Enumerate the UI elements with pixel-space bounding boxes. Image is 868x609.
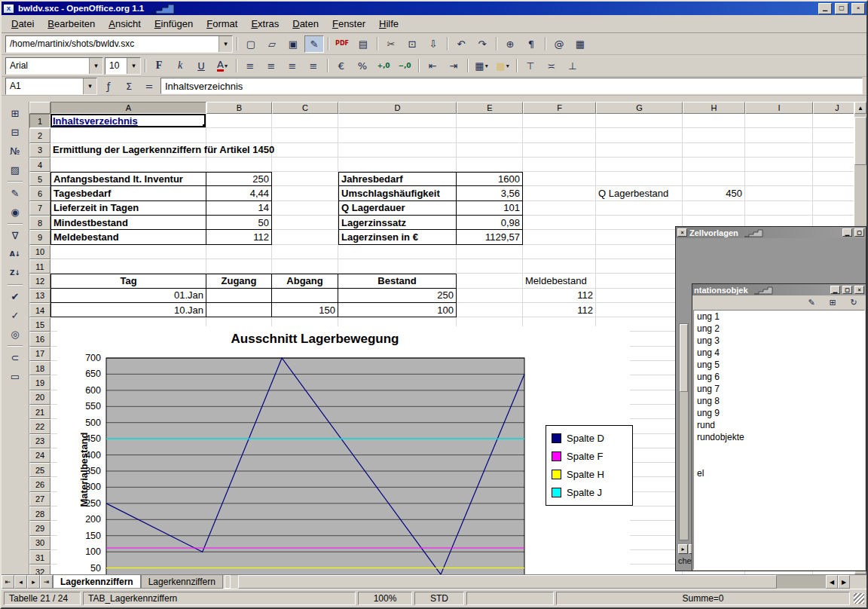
- save-document-button[interactable]: ▣: [283, 35, 303, 53]
- sort-ascending-button[interactable]: A↓: [4, 245, 26, 263]
- cell-reference-box[interactable]: A1 ▾: [5, 78, 97, 95]
- font-color-dropdown-icon[interactable]: ▾: [225, 63, 228, 69]
- function-wizard-button[interactable]: ƒ: [99, 78, 118, 94]
- row-header-1[interactable]: 1: [29, 114, 50, 128]
- fill-format-mode-button[interactable]: ✎: [802, 296, 821, 310]
- row-header-26[interactable]: 26: [29, 477, 50, 491]
- font-size-value[interactable]: 10: [105, 58, 127, 74]
- row-header-30[interactable]: 30: [29, 536, 50, 550]
- cell-e9[interactable]: 1129,57: [457, 230, 523, 244]
- col-header-b[interactable]: B: [206, 102, 272, 114]
- cell-a4[interactable]: [50, 158, 206, 172]
- borders-dropdown-icon[interactable]: ▾: [485, 63, 488, 69]
- previous-sheet-button[interactable]: ◂: [14, 575, 27, 589]
- redo-button[interactable]: ↷: [472, 35, 492, 53]
- cell-a2[interactable]: [50, 128, 206, 142]
- cell-c11[interactable]: [272, 259, 338, 274]
- cell-b1[interactable]: [206, 114, 272, 128]
- cell-e11[interactable]: [457, 259, 523, 274]
- cell-d6[interactable]: Umschlagshäufigkeit: [338, 186, 457, 200]
- print-file-button[interactable]: ▤: [353, 35, 373, 53]
- last-sheet-button[interactable]: ⇥: [40, 575, 53, 589]
- cell-a8[interactable]: Mindestbestand: [50, 216, 206, 230]
- cell-f8[interactable]: [523, 216, 596, 230]
- cell-h6[interactable]: 450: [683, 186, 745, 200]
- background-color-dropdown-icon[interactable]: ▾: [506, 63, 509, 69]
- style-list-item[interactable]: [694, 443, 864, 455]
- cell-f12[interactable]: Meldebestand: [523, 274, 596, 288]
- cell-j6[interactable]: [813, 186, 854, 200]
- cell-b11[interactable]: [206, 259, 272, 274]
- resize-grip[interactable]: [854, 593, 864, 604]
- new-document-button[interactable]: ▢: [241, 35, 261, 53]
- decrease-indent-button[interactable]: ⇤: [423, 57, 442, 75]
- style-list-item[interactable]: el: [694, 467, 864, 479]
- style-list-item[interactable]: [694, 455, 864, 467]
- cell-c3[interactable]: [272, 143, 338, 158]
- row-header-16[interactable]: 16: [29, 332, 50, 346]
- cell-d11[interactable]: [338, 259, 457, 274]
- copy-button[interactable]: ⊡: [402, 35, 422, 53]
- menu-format[interactable]: Format: [200, 17, 244, 31]
- row-header-22[interactable]: 22: [29, 419, 50, 433]
- scroll-up-button[interactable]: ▲: [854, 102, 866, 114]
- col-header-e[interactable]: E: [457, 102, 523, 114]
- style-list-item[interactable]: rund: [694, 419, 864, 431]
- row-header-9[interactable]: 9: [29, 230, 50, 244]
- auto-spellcheck-button[interactable]: ✓: [4, 306, 26, 324]
- cell-d12[interactable]: Bestand: [338, 274, 457, 288]
- url-dropdown-icon[interactable]: ▾: [219, 36, 232, 52]
- cell-e2[interactable]: [457, 128, 523, 142]
- row-header-11[interactable]: 11: [29, 259, 50, 274]
- cell-c14[interactable]: 150: [272, 303, 338, 317]
- sum-button[interactable]: Σ: [120, 78, 138, 94]
- paste-button[interactable]: ⇩: [423, 35, 443, 53]
- menu-extras[interactable]: Extras: [244, 17, 286, 31]
- cell-e6[interactable]: 3,56: [457, 186, 523, 200]
- row-header-28[interactable]: 28: [29, 506, 50, 521]
- row-header-14[interactable]: 14: [29, 303, 50, 317]
- borders-button[interactable]: ▦▾: [472, 57, 491, 75]
- cell-f11[interactable]: [523, 259, 596, 274]
- cell-e1[interactable]: [457, 114, 523, 128]
- style-list-item[interactable]: ung 3: [694, 335, 864, 347]
- horizontal-scroll-thumb[interactable]: [238, 575, 777, 589]
- add-decimal-button[interactable]: +,0: [374, 57, 393, 75]
- cell-f4[interactable]: [523, 158, 596, 172]
- titlebar[interactable]: X bwldv.sxc - OpenOffice.org 1.1 ▁ ▢ ×: [2, 2, 866, 15]
- cell-h5[interactable]: [683, 172, 745, 186]
- row-header-13[interactable]: 13: [29, 289, 50, 303]
- style-list-item[interactable]: ung 7: [694, 383, 864, 395]
- formula-input[interactable]: Inhaltsverzeichnis: [160, 78, 863, 94]
- edit-file-button[interactable]: ✎: [304, 35, 324, 53]
- vertical-scroll-thumb[interactable]: [854, 117, 866, 165]
- cell-g11[interactable]: [596, 259, 683, 274]
- gallery-button[interactable]: ▦: [570, 35, 590, 53]
- font-size-combobox[interactable]: 10 ▾: [105, 57, 141, 75]
- menu-fenster[interactable]: Fenster: [326, 17, 372, 31]
- menu-bearbeiten[interactable]: Bearbeiten: [41, 17, 102, 31]
- url-value[interactable]: /home/martinix/shots/bwldv.sxc: [6, 36, 219, 52]
- col-header-h[interactable]: H: [683, 102, 745, 114]
- cell-f14[interactable]: 112: [523, 303, 596, 317]
- col-header-c[interactable]: C: [272, 102, 338, 114]
- cell-c5[interactable]: [272, 172, 338, 186]
- hyperlink-bar-button[interactable]: @: [549, 35, 569, 53]
- cell-h3[interactable]: [683, 143, 745, 158]
- cell-c6[interactable]: [272, 186, 338, 200]
- new-style-from-selection-button[interactable]: ⊞: [823, 296, 842, 310]
- cell-d14[interactable]: 100: [338, 303, 457, 317]
- cell-a12[interactable]: Tag: [50, 274, 206, 288]
- form-functions-button[interactable]: ◉: [4, 203, 26, 221]
- sort-descending-button[interactable]: Z↓: [4, 264, 26, 282]
- col-header-i[interactable]: I: [745, 102, 813, 114]
- stylist-close-button[interactable]: ×: [854, 286, 864, 294]
- style-list-item[interactable]: ung 5: [694, 359, 864, 371]
- chart[interactable]: Ausschnitt Lagerbewegung7006506005505004…: [57, 326, 630, 574]
- cell-f1[interactable]: [523, 114, 596, 128]
- row-header-10[interactable]: 10: [29, 245, 50, 259]
- cell-c8[interactable]: [272, 216, 338, 230]
- style-list-item[interactable]: ung 6: [694, 371, 864, 383]
- cell-g12[interactable]: [596, 274, 683, 288]
- bold-button[interactable]: F: [149, 57, 169, 75]
